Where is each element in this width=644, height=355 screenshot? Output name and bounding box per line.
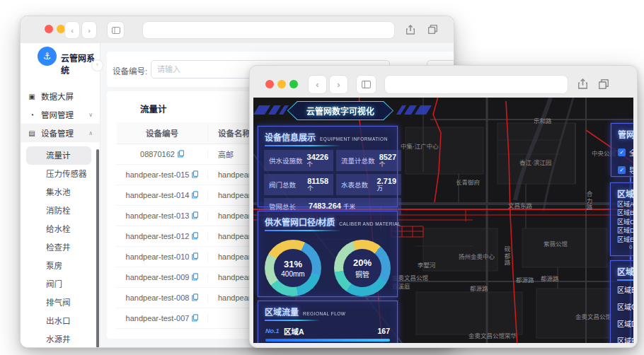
stat-label: 流量计总数 [341,156,375,165]
submenu-item[interactable]: 阀门 [26,275,91,293]
submenu-item[interactable]: 压力传感器 [26,165,91,183]
legend-row: 区域A [611,199,633,209]
legend-label: 区域D [617,226,633,235]
back-nav-button[interactable]: ‹ [308,75,327,94]
stat-unit: 个 [307,185,314,192]
menu-item[interactable]: ◔ 管网管理 ∨ [21,105,100,124]
equipment-stats: 供水设施数 34226个 流量计总数 8527个 阀门总数 81158个 [264,150,391,219]
device-no-cell: handpear-test-008 [126,293,190,302]
regional-flow-panel: 区域流量 REGIONAL FLOW No.1 区域A 167 [258,301,398,343]
stat-label: 阀门总数 [269,180,296,190]
submenu-item[interactable]: 检查井 [26,238,91,257]
donut-percent: 31% [284,259,302,269]
device-no-cell: handpear-test-012 [126,232,190,240]
equipment-info-panel: 设备信息展示 EQUIPMENT INFORMATION 供水设施数 34226… [258,126,398,207]
donut-charts: 31% 400mm 20% 铜管 [258,240,397,296]
legend-label: 区域C [617,217,633,226]
submenu-item[interactable]: 消防栓 [26,202,91,220]
panel-title: 区域储量 [617,187,633,199]
layers-panel: 管网图层 ✓ 全选 ✓ 导入 [611,123,633,177]
legend-row: 区域E [611,235,633,244]
stat-cell: 供水设施数 34226个 [264,150,333,171]
submenu-item[interactable]: 出水口 [26,312,91,330]
minimize-button[interactable] [277,80,286,88]
flow-bar-fill [265,339,390,342]
submenu-item[interactable]: 给水栓 [26,220,91,238]
legend-label: 区域B [617,208,633,217]
map-label: 乐和路 [534,116,552,124]
submenu-item[interactable]: 集水池 [26,183,91,202]
device-no-label: 设备编号: [113,65,147,76]
copy-icon[interactable] [178,150,184,159]
legend-label: 区域E [617,235,633,244]
submenu-item[interactable]: 水源井 [26,330,91,348]
checkbox-checked-icon[interactable]: ✓ [618,149,626,156]
tabs-overview-icon[interactable] [424,21,441,37]
legend-label: 区域A [617,199,633,209]
menu-item[interactable]: ▣ 数据大屏 [21,87,100,105]
close-button[interactable] [45,25,53,33]
dashboard-browser-window: ‹ › [249,65,638,348]
sidebar-toggle-button[interactable] [356,75,376,94]
map-label: 都源路 [470,284,488,292]
right-flow-row: 区域E [611,332,633,343]
panel-subtitle: REGIONAL FLOW [303,311,345,316]
close-button[interactable] [265,80,274,88]
layer-options: ✓ 全选 ✓ 导入 [611,147,633,175]
right-flow-row: 区域C [611,298,633,315]
regional-storage-panel: 区域储量 区域A 区域B 区域C [610,182,633,256]
back-nav-button[interactable]: ‹ [64,21,80,39]
device-no-cell: handpear-test-010 [126,252,190,261]
chevron-icon: ∧ [88,130,93,136]
sidebar-toggle-button[interactable] [107,21,125,39]
submenu-item[interactable]: 排气阀 [26,293,91,312]
legend-row: 区域C [611,217,633,226]
layer-option[interactable]: ✓ 全选 [611,147,633,158]
address-bar[interactable] [384,75,568,94]
regional-flow-right-panel: 区域流量 区域B区域C区域D区域E [610,260,633,343]
forward-nav-button[interactable]: › [329,75,348,94]
stat-cell: 水表总数 2.719万 [336,174,401,195]
map-label: 合力路 [585,191,593,211]
layer-option[interactable]: ✓ 导入 [611,165,633,175]
sidebar-collapse-button[interactable]: ‹ [91,59,103,71]
browser-chrome: ‹ › [21,16,454,44]
copy-icon[interactable] [192,252,198,262]
right-flow-rows: 区域B区域C区域D区域E [611,281,633,343]
sidebar: ⚓ 云管网系统 ‹ ▣ 数据大屏 ◔ 管网管理 ∨ [21,43,100,347]
browser-chrome: ‹ › [250,66,637,98]
donut-percent: 20% [353,257,372,268]
panel-title: 区域流量 [617,265,633,277]
stat-unit: 个 [379,161,386,168]
copy-icon[interactable] [192,293,198,303]
copy-icon[interactable] [192,232,198,241]
copy-icon[interactable] [192,191,198,200]
copy-icon[interactable] [192,314,198,323]
address-bar[interactable] [142,21,395,39]
device-no-cell: handpear-test-013 [126,211,190,220]
map-label: 砚都路 [502,246,511,267]
maximize-button[interactable] [289,80,298,88]
menu-item-label: 设备管理 [41,127,74,139]
copy-icon[interactable] [192,170,198,180]
flow-row-wrap: No.1 区域A 167 [258,325,397,342]
menu-item-icon: ▣ [28,93,36,100]
stat-value: 7483.264 [309,202,341,211]
share-icon[interactable] [403,21,418,37]
submenu-item[interactable]: 泵房 [26,257,91,275]
submenu-item[interactable]: 流量计 [26,146,91,165]
window-panel-icon [112,27,120,34]
forward-nav-button[interactable]: › [81,21,97,39]
checkbox-label: 导入 [629,165,633,175]
tabs-overview-icon[interactable] [594,75,613,93]
device-no-cell: handpear-test-014 [126,191,190,199]
share-icon[interactable] [574,75,591,93]
panel-title: 设备信息展示 [265,131,316,143]
copy-icon[interactable] [192,273,198,282]
copy-icon[interactable] [192,211,198,221]
panel-subtitle: EQUIPMENT INFORMATION [320,136,388,141]
title-underline [265,320,320,321]
checkbox-checked-icon[interactable]: ✓ [618,166,626,174]
menu-item[interactable]: ▤ 设备管理 ∧ [21,124,100,142]
sidebar-scrollbar[interactable] [96,149,99,348]
